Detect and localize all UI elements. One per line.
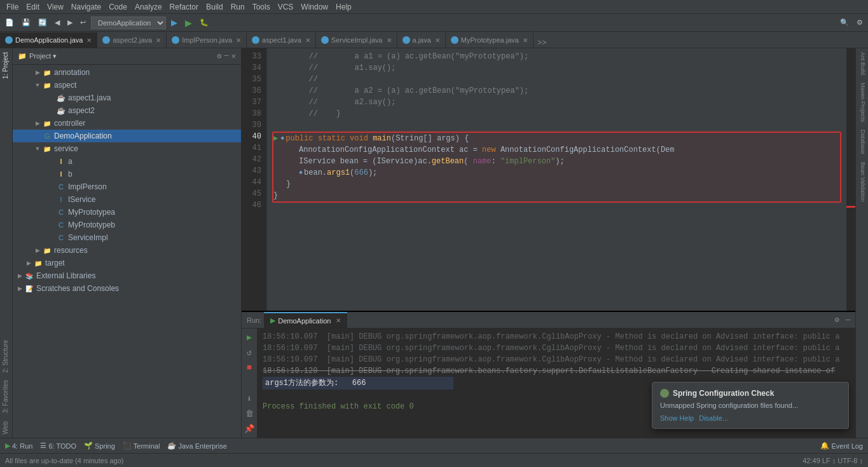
toolbar-run[interactable]: ▶ [183,17,195,29]
toolbar-java-ent[interactable]: ☕ Java Enterprise [167,442,226,450]
toolbar-settings[interactable]: ⚙ [854,17,865,28]
console-scroll-end-icon[interactable]: ⬇ [243,393,256,405]
status-position[interactable]: 42:49 LF ↕ UTF-8 ↕ [803,457,863,464]
tree-implperson[interactable]: C ImplPerson [13,180,241,193]
code-semi: ); [368,167,377,179]
toolbar-new[interactable]: 📄 [3,17,17,28]
run-tab-close[interactable]: ✕ [336,317,341,324]
tab-aspect1[interactable]: aspect1.java ✕ [247,32,316,48]
tab-myprototypea[interactable]: MyPrototypea.java ✕ [446,32,534,48]
tree-content[interactable]: ▶ 📁 annotation ▼ 📁 aspect ☕ aspect1.java [13,65,241,438]
code-lines-content[interactable]: // a a1 = (a) ac.getBean("myPrototypea")… [267,48,846,311]
menu-window[interactable]: Window [297,3,332,11]
menu-vcs[interactable]: VCS [274,3,298,11]
left-tab-project[interactable]: 1: Project [0,48,12,83]
gear-icon[interactable]: ⚙ [217,51,221,61]
toolbar-event-log[interactable]: 🔔 Event Log [820,442,863,450]
tab-close-demoapplication[interactable]: ✕ [86,37,92,44]
tree-demoapplication[interactable]: G DemoApplication [13,130,241,142]
tab-close-serviceimpl[interactable]: ✕ [387,37,392,44]
menu-refactor[interactable]: Refactor [166,3,202,11]
console-stop-icon[interactable]: ■ [243,362,256,374]
tab-close-implperson[interactable]: ✕ [236,37,241,44]
tree-aspect1[interactable]: ☕ aspect1.java [13,91,241,104]
right-tab-bean[interactable]: Bean Validation [856,158,868,205]
tree-myprototypeb[interactable]: C MyPrototypeb [13,219,241,231]
tab-serviceimpl[interactable]: ServiceImpl.java ✕ [316,32,397,48]
tab-icon-serviceimpl [321,36,329,44]
menu-analyze[interactable]: Analyze [131,3,166,11]
tab-a[interactable]: a.java ✕ [397,32,446,48]
toolbar-debug[interactable]: 🐛 [197,17,211,28]
bottom-tab-run[interactable]: ▶ DemoApplication ✕ [264,312,347,328]
menu-navigate[interactable]: Navigate [67,3,105,11]
left-tab-web[interactable]: Web [0,417,12,438]
menu-file[interactable]: File [3,3,22,11]
show-help-link[interactable]: Show Help [660,414,694,422]
tab-close-aspect1[interactable]: ✕ [305,37,310,44]
tree-b[interactable]: I b [13,168,241,180]
tree-annotation[interactable]: ▶ 📁 annotation [13,66,241,79]
fn-getbean: getBean [432,156,464,167]
folder-icon-controller: 📁 [42,119,52,128]
console-line-2: 18:56:10.097 [main] DEBUG org.springfram… [263,342,850,354]
toolbar-search[interactable]: 🔍 [837,17,851,28]
right-tab-database[interactable]: Database [856,126,868,158]
toolbar-run[interactable]: ▶ 4: Run [5,442,32,450]
console-rerun-icon[interactable]: ↺ [243,346,256,359]
toolbar-undo[interactable]: ↩ [78,17,88,28]
tree-myprototypea[interactable]: C MyPrototypea [13,206,241,219]
tree-a[interactable]: I a [13,155,241,168]
menu-edit[interactable]: Edit [22,3,43,11]
tree-aspect[interactable]: ▼ 📁 aspect [13,79,241,91]
tab-close-myprototypea[interactable]: ✕ [523,37,528,44]
left-tab-favorites[interactable]: 3: Favorites [0,376,12,417]
disable-link[interactable]: Disable... [699,414,728,422]
tree-scratches[interactable]: ▶ 📝 Scratches and Consoles [13,282,241,295]
tree-label-annotation: annotation [54,68,90,77]
right-tab-ant[interactable]: Ant Build [856,48,868,79]
console-run-icon[interactable]: ▶ [243,331,256,344]
tree-service[interactable]: ▼ 📁 service [13,142,241,155]
tab-overflow[interactable]: >> [534,39,550,48]
tree-resources[interactable]: ▶ 📁 resources [13,244,241,257]
status-message: All files are up-to-date (4 minutes ago) [5,457,123,464]
menu-run[interactable]: Run [227,3,249,11]
menu-code[interactable]: Code [105,3,131,11]
toolbar-todo[interactable]: ☰ 6: TODO [40,442,76,450]
tree-target[interactable]: ▶ 📁 target [13,257,241,269]
java-icon-demo: G [42,132,52,140]
tree-aspect2[interactable]: ☕ aspect2 [13,104,241,117]
console-settings-icon[interactable]: ⚙ [835,315,839,325]
toolbar-forward[interactable]: ▶ [65,17,75,28]
tab-aspect2[interactable]: aspect2.java ✕ [97,32,167,48]
menu-build[interactable]: Build [202,3,227,11]
tree-iservice[interactable]: I IService [13,193,241,206]
tree-controller[interactable]: ▶ 📁 controller [13,117,241,130]
tab-close-aspect2[interactable]: ✕ [156,37,161,44]
right-tab-maven[interactable]: Maven Projects [856,79,868,126]
tab-demoapplication[interactable]: DemoApplication.java ✕ [0,32,97,48]
toolbar-dropdown-arrow[interactable]: ▶ [169,17,180,29]
tab-close-a[interactable]: ✕ [435,37,440,44]
run-tab-label: DemoApplication [278,317,331,325]
toolbar-terminal[interactable]: ⬛ Terminal [123,442,160,450]
console-pin-icon[interactable]: 📌 [243,423,256,435]
project-selector[interactable]: DemoApplication [91,17,166,29]
console-clear-icon[interactable]: 🗑 [243,408,256,420]
tab-implperson[interactable]: ImplPerson.java ✕ [167,32,247,48]
menu-help[interactable]: Help [332,3,355,11]
menu-tools[interactable]: Tools [249,3,274,11]
toolbar-save[interactable]: 💾 [19,17,33,28]
console-close-icon[interactable]: — [846,316,850,325]
collapse-icon[interactable]: — [224,51,229,61]
left-tab-structure[interactable]: 2: Structure [0,336,12,377]
toolbar-back[interactable]: ◀ [52,17,62,28]
str-implperson: "implPerson" [500,156,555,167]
toolbar-spring[interactable]: 🌱 Spring [84,442,115,450]
close-icon[interactable]: ✕ [231,51,236,61]
tree-external-libs[interactable]: ▶ 📚 External Libraries [13,269,241,282]
tree-serviceimpl[interactable]: C ServiceImpl [13,231,241,244]
toolbar-sync[interactable]: 🔄 [36,17,50,28]
menu-view[interactable]: View [43,3,67,11]
